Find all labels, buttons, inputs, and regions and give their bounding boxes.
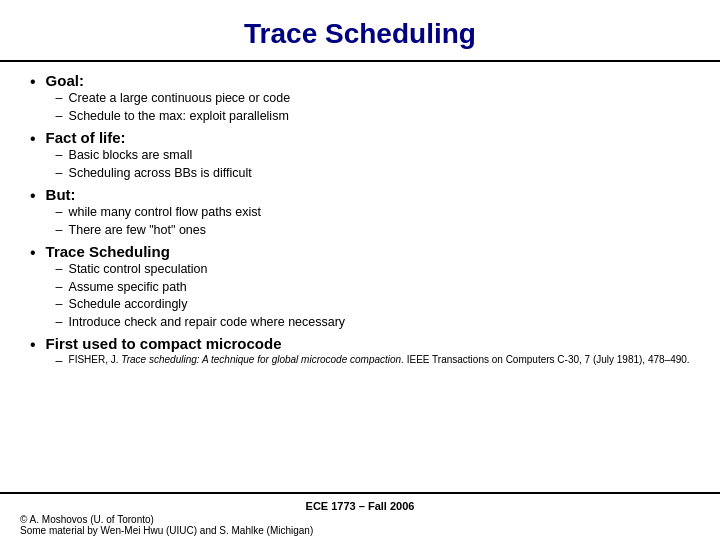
bullet-dot-4: • xyxy=(30,244,36,262)
sub-text-3-1: while many control flow paths exist xyxy=(69,204,261,222)
bullet-label-5: First used to compact microcode xyxy=(46,335,690,352)
bullet-dot-1: • xyxy=(30,73,36,91)
bullet-fact: • Fact of life: – Basic blocks are small… xyxy=(30,129,690,182)
dash-3-1: – xyxy=(56,204,63,222)
slide-title: Trace Scheduling xyxy=(244,18,476,49)
slide: Trace Scheduling • Goal: – Create a larg… xyxy=(0,0,720,540)
sub-item-4-1: – Static control speculation xyxy=(56,261,346,279)
content-area: • Goal: – Create a large continuous piec… xyxy=(0,62,720,492)
sub-items-3: – while many control flow paths exist – … xyxy=(56,204,261,239)
bullet-content-3: But: – while many control flow paths exi… xyxy=(46,186,261,239)
bullet-but: • But: – while many control flow paths e… xyxy=(30,186,690,239)
sub-item-5-1: – FISHER, J. Trace scheduling: A techniq… xyxy=(56,353,690,371)
sub-text-1-2: Schedule to the max: exploit parallelism xyxy=(69,108,289,126)
dash-4-1: – xyxy=(56,261,63,279)
sub-items-1: – Create a large continuous piece or cod… xyxy=(56,90,291,125)
sub-items-4: – Static control speculation – Assume sp… xyxy=(56,261,346,331)
sub-item-4-2: – Assume specific path xyxy=(56,279,346,297)
footer-credits: © A. Moshovos (U. of Toronto) Some mater… xyxy=(20,514,700,536)
bullet-content-2: Fact of life: – Basic blocks are small –… xyxy=(46,129,252,182)
bullet-label-2: Fact of life: xyxy=(46,129,252,146)
dash-1-1: – xyxy=(56,90,63,108)
footer-area: ECE 1773 – Fall 2006 © A. Moshovos (U. o… xyxy=(0,492,720,540)
sub-text-3-2: There are few "hot" ones xyxy=(69,222,206,240)
bullet-label-3: But: xyxy=(46,186,261,203)
footer-line2: Some material by Wen-Mei Hwu (UIUC) and … xyxy=(20,525,700,536)
dash-4-4: – xyxy=(56,314,63,332)
dash-1-2: – xyxy=(56,108,63,126)
dash-3-2: – xyxy=(56,222,63,240)
dash-2-2: – xyxy=(56,165,63,183)
sub-text-4-1: Static control speculation xyxy=(69,261,208,279)
sub-item-3-2: – There are few "hot" ones xyxy=(56,222,261,240)
bullet-trace-sched: • Trace Scheduling – Static control spec… xyxy=(30,243,690,331)
sub-item-4-3: – Schedule accordingly xyxy=(56,296,346,314)
bullet-label-1: Goal: xyxy=(46,72,291,89)
bullet-dot-2: • xyxy=(30,130,36,148)
bullet-microcode: • First used to compact microcode – FISH… xyxy=(30,335,690,371)
sub-item-2-1: – Basic blocks are small xyxy=(56,147,252,165)
footer-course: ECE 1773 – Fall 2006 xyxy=(20,500,700,512)
bullet-label-4: Trace Scheduling xyxy=(46,243,346,260)
sub-item-3-1: – while many control flow paths exist xyxy=(56,204,261,222)
dash-4-3: – xyxy=(56,296,63,314)
bullet-dot-5: • xyxy=(30,336,36,354)
bullet-content-1: Goal: – Create a large continuous piece … xyxy=(46,72,291,125)
sub-text-4-4: Introduce check and repair code where ne… xyxy=(69,314,346,332)
sub-item-2-2: – Scheduling across BBs is difficult xyxy=(56,165,252,183)
sub-item-1-1: – Create a large continuous piece or cod… xyxy=(56,90,291,108)
bullet-content-5: First used to compact microcode – FISHER… xyxy=(46,335,690,371)
sub-text-4-3: Schedule accordingly xyxy=(69,296,188,314)
sub-items-2: – Basic blocks are small – Scheduling ac… xyxy=(56,147,252,182)
footer-line1: © A. Moshovos (U. of Toronto) xyxy=(20,514,700,525)
dash-5-1: – xyxy=(56,353,63,371)
sub-text-5-1: FISHER, J. Trace scheduling: A technique… xyxy=(69,353,690,367)
sub-text-2-1: Basic blocks are small xyxy=(69,147,193,165)
dash-2-1: – xyxy=(56,147,63,165)
sub-text-2-2: Scheduling across BBs is difficult xyxy=(69,165,252,183)
sub-items-5: – FISHER, J. Trace scheduling: A techniq… xyxy=(56,353,690,371)
sub-item-4-4: – Introduce check and repair code where … xyxy=(56,314,346,332)
sub-item-1-2: – Schedule to the max: exploit paralleli… xyxy=(56,108,291,126)
bullet-goal: • Goal: – Create a large continuous piec… xyxy=(30,72,690,125)
bullet-content-4: Trace Scheduling – Static control specul… xyxy=(46,243,346,331)
bullet-dot-3: • xyxy=(30,187,36,205)
sub-text-1-1: Create a large continuous piece or code xyxy=(69,90,291,108)
dash-4-2: – xyxy=(56,279,63,297)
sub-text-4-2: Assume specific path xyxy=(69,279,187,297)
title-area: Trace Scheduling xyxy=(0,0,720,62)
